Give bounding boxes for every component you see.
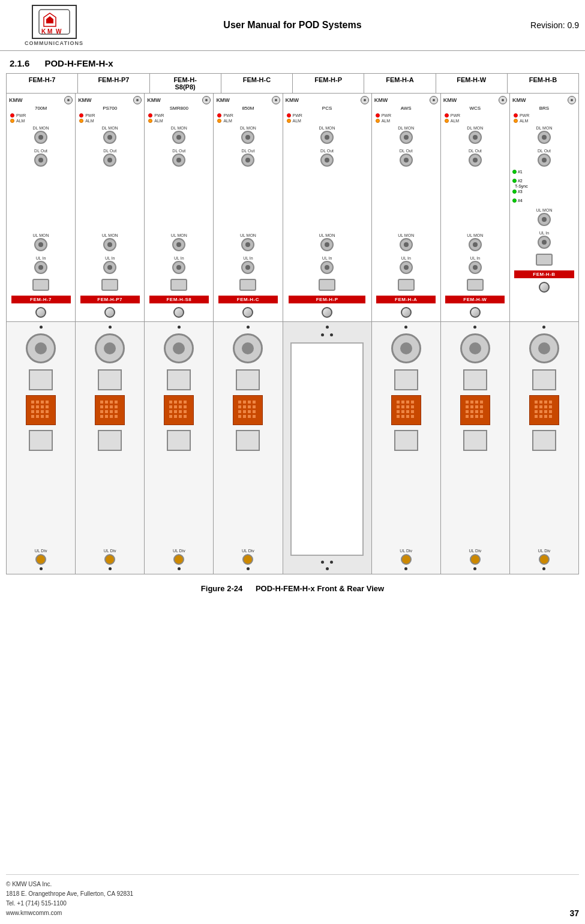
svg-rect-31 (115, 410, 118, 413)
bottom-dot (473, 567, 476, 570)
figure-number: Figure 2-24 (201, 584, 242, 593)
alm-led (148, 119, 152, 123)
svg-rect-81 (401, 415, 404, 418)
bottom-knob (539, 282, 550, 293)
rear-panels-row: UL Div (7, 322, 578, 574)
ul-div-label: UL Div (104, 549, 116, 553)
ul-div-label: UL Div (538, 549, 551, 553)
svg-rect-52 (238, 401, 241, 404)
ul-in-connector (538, 236, 551, 249)
col-header-3: FEM-H-C (221, 74, 293, 93)
svg-rect-44 (169, 410, 172, 413)
svg-rect-4 (31, 401, 34, 404)
orange-block (391, 395, 421, 425)
square-connector (29, 369, 53, 390)
svg-rect-47 (184, 410, 187, 413)
svg-rect-69 (401, 401, 404, 404)
square-connector-2 (532, 430, 556, 451)
svg-rect-42 (179, 405, 182, 408)
svg-rect-76 (397, 410, 400, 413)
svg-rect-18 (41, 415, 44, 418)
svg-rect-104 (535, 405, 538, 408)
square-connector-2 (394, 430, 418, 451)
svg-rect-46 (179, 410, 182, 413)
large-connector (529, 333, 559, 363)
top-dot (404, 326, 407, 329)
bottom-knob (35, 307, 46, 318)
svg-rect-79 (411, 410, 414, 413)
top-knob (361, 96, 369, 104)
bottom-dot (404, 567, 407, 570)
svg-rect-11 (46, 405, 49, 408)
svg-rect-86 (475, 401, 478, 404)
square-connector (236, 369, 260, 390)
company-tel: Tel. +1 (714) 515-1100 (6, 899, 133, 908)
panel-fem-h-7: KMW 700M PWR ALM DL MON DL Out UL MON UL… (7, 94, 76, 321)
usb-port (32, 279, 49, 291)
section-number: 2.1.6 (10, 58, 29, 68)
rear-panel-6: UL Div (441, 322, 510, 574)
footer-contact: © KMW USA Inc. 1818 E. Orangethrope Ave,… (6, 880, 133, 918)
top-knob (272, 96, 280, 104)
module-label-bar: FEM-H-C (218, 296, 278, 303)
logo-area: K M W COMMUNICATIONS (6, 5, 102, 46)
ul-div-label: UL Div (35, 549, 47, 553)
logo-icon: K M W (38, 8, 71, 35)
bottom-knob (470, 307, 481, 318)
alm-led (287, 119, 291, 123)
svg-rect-106 (544, 405, 547, 408)
bottom-dot (40, 567, 43, 570)
orange-block (95, 395, 125, 425)
revision-label: Revision: 0.9 (483, 20, 579, 30)
company-address: 1818 E. Orangethrope Ave, Fullerton, CA … (6, 889, 133, 899)
svg-rect-57 (243, 405, 246, 408)
large-connector (233, 333, 263, 363)
bottom-dot-right (330, 561, 333, 564)
svg-rect-26 (110, 405, 113, 408)
svg-rect-24 (100, 405, 103, 408)
usb-port (319, 279, 335, 291)
svg-rect-17 (36, 415, 39, 418)
svg-rect-56 (238, 405, 241, 408)
svg-rect-58 (248, 405, 251, 408)
svg-rect-48 (169, 415, 172, 418)
large-connector (95, 333, 125, 363)
svg-rect-112 (535, 415, 538, 418)
svg-rect-8 (31, 405, 34, 408)
panel-fem-h-a: KMW AWS PWR ALM DL MON DL Out UL MON UL … (372, 94, 441, 321)
svg-rect-19 (46, 415, 49, 418)
bottom-dot (542, 567, 545, 570)
svg-rect-38 (179, 401, 182, 404)
usb-port (101, 279, 118, 291)
svg-rect-82 (406, 415, 409, 418)
front-panels-row: KMW 700M PWR ALM DL MON DL Out UL MON UL… (7, 94, 578, 322)
top-knob (568, 96, 576, 104)
col-header-1: FEM-H-P7 (78, 74, 149, 93)
connector-pattern (236, 398, 260, 422)
alm-led (79, 119, 83, 123)
col-header-4: FEM-H-P (293, 74, 364, 93)
svg-rect-29 (105, 410, 108, 413)
svg-rect-100 (535, 401, 538, 404)
dl-out-connector (103, 154, 116, 167)
svg-rect-105 (539, 405, 542, 408)
usb-port (170, 279, 187, 291)
dl-out-connector (538, 154, 551, 167)
svg-rect-91 (480, 405, 483, 408)
rear-panel-0: UL Div (7, 322, 76, 574)
top-dot (109, 326, 112, 329)
svg-rect-75 (411, 405, 414, 408)
svg-rect-60 (238, 410, 241, 413)
svg-rect-87 (480, 401, 483, 404)
orange-block (529, 395, 559, 425)
svg-rect-62 (248, 410, 251, 413)
alm-led (514, 119, 518, 123)
orange-block (26, 395, 56, 425)
panel-fem-h-p7: KMW PS700 PWR ALM DL MON DL Out UL MON U… (76, 94, 145, 321)
dl-mon-connector (172, 131, 185, 144)
dl-out-connector (34, 154, 47, 167)
svg-rect-5 (36, 401, 39, 404)
svg-rect-83 (411, 415, 414, 418)
rear-panel-4 (283, 322, 372, 574)
main-table: FEM-H-7 FEM-H-P7 FEM-H-S8(P8) FEM-H-C FE… (6, 73, 579, 574)
